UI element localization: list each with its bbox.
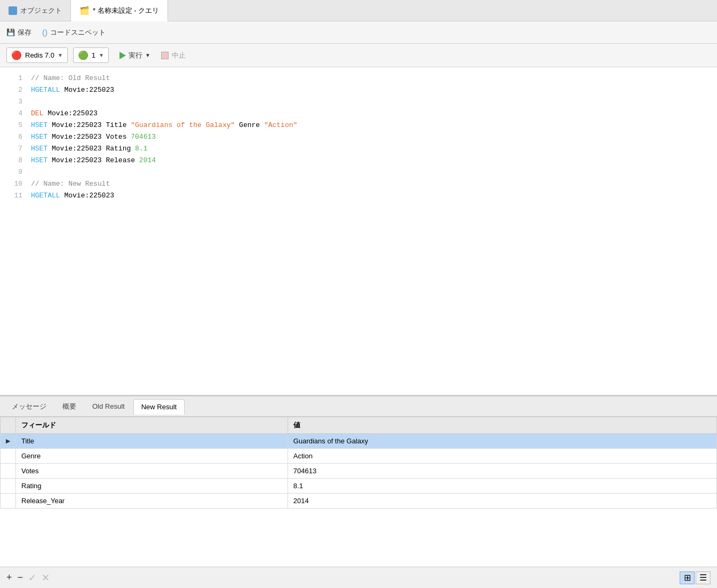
tab-object[interactable]: オブジェクト	[0, 0, 71, 21]
line-content: // Name: Old Result	[31, 73, 712, 84]
object-tab-icon	[9, 6, 17, 15]
redis-version-label: Redis 7.0	[25, 51, 54, 59]
list-view-button[interactable]: ☰	[696, 571, 711, 584]
row-indicator	[1, 464, 16, 479]
remove-row-button[interactable]: −	[18, 572, 23, 583]
result-tab-概要[interactable]: 概要	[55, 399, 84, 415]
row-indicator	[1, 479, 16, 494]
line-number: 8	[5, 155, 22, 166]
connection-bar: 🔴 Redis 7.0 ▼ 🟢 1 ▼ 実行 ▼ 中止	[0, 44, 717, 67]
line-number: 7	[5, 143, 22, 155]
bottom-panel: メッセージ概要Old ResultNew Result フィールド 値 ▶Tit…	[0, 396, 717, 588]
save-button[interactable]: 💾 保存	[6, 28, 31, 37]
cell-value: 8.1	[288, 479, 716, 494]
db-select[interactable]: 🟢 1 ▼	[73, 47, 109, 63]
line-number: 1	[5, 73, 22, 84]
col-value-header: 値	[288, 417, 716, 434]
cell-value: 2014	[288, 494, 716, 508]
cell-field: Title	[16, 434, 288, 449]
action-icons: + − ✓ ✕	[6, 572, 50, 584]
cell-value: Action	[288, 449, 716, 464]
action-bar: + − ✓ ✕ ⊞ ☰	[0, 567, 717, 588]
cancel-button: ✕	[42, 572, 50, 584]
grid-view-button[interactable]: ⊞	[680, 571, 695, 584]
editor-line: 6HSET Movie:225023 Votes 704613	[0, 131, 717, 143]
stop-label: 中止	[172, 51, 186, 60]
confirm-button: ✓	[28, 572, 36, 584]
execute-button[interactable]: 実行 ▼	[114, 48, 156, 63]
cell-field: Genre	[16, 449, 288, 464]
line-content: // Name: New Result	[31, 178, 712, 190]
cell-value: Guardians of the Galaxy	[288, 434, 716, 449]
cell-field: Votes	[16, 464, 288, 479]
line-number: 10	[5, 178, 22, 190]
tab-object-label: オブジェクト	[20, 6, 62, 15]
line-number: 5	[5, 120, 22, 131]
line-content	[31, 166, 712, 178]
editor-line: 8HSET Movie:225023 Release 2014	[0, 155, 717, 166]
snippet-icon: ()	[42, 28, 47, 37]
table-row[interactable]: GenreAction	[1, 449, 717, 464]
save-label: 保存	[18, 28, 31, 37]
result-tab-old-result[interactable]: Old Result	[85, 399, 132, 414]
editor-line: 3	[0, 96, 717, 108]
add-row-button[interactable]: +	[6, 572, 12, 583]
result-table-wrapper[interactable]: フィールド 値 ▶TitleGuardians of the GalaxyGen…	[0, 417, 717, 567]
line-content: DEL Movie:225023	[31, 108, 712, 120]
table-row[interactable]: Release_Year2014	[1, 494, 717, 508]
row-indicator: ▶	[1, 434, 16, 449]
editor-line: 5HSET Movie:225023 Title "Guardians of t…	[0, 120, 717, 131]
line-content: HSET Movie:225023 Rating 8.1	[31, 143, 712, 155]
editor-line: 10// Name: New Result	[0, 178, 717, 190]
line-content: HSET Movie:225023 Release 2014	[31, 155, 712, 166]
line-number: 6	[5, 131, 22, 143]
tab-query[interactable]: 🗂️ * 名称未設定 - クエリ	[71, 0, 168, 21]
snippet-button[interactable]: () コードスニペット	[42, 28, 106, 37]
exec-label: 実行	[129, 51, 142, 60]
editor-line: 1// Name: Old Result	[0, 73, 717, 84]
result-tab-new-result[interactable]: New Result	[133, 399, 185, 415]
tab-query-label: * 名称未設定 - クエリ	[93, 6, 159, 15]
save-icon: 💾	[6, 28, 15, 36]
line-number: 4	[5, 108, 22, 120]
line-content	[31, 96, 712, 108]
table-row[interactable]: Votes704613	[1, 464, 717, 479]
cell-field: Release_Year	[16, 494, 288, 508]
line-content: HGETALL Movie:225023	[31, 190, 712, 202]
cell-value: 704613	[288, 464, 716, 479]
row-indicator	[1, 449, 16, 464]
editor-line: 9	[0, 166, 717, 178]
table-row[interactable]: ▶TitleGuardians of the Galaxy	[1, 434, 717, 449]
redis-select[interactable]: 🔴 Redis 7.0 ▼	[6, 47, 68, 63]
row-indicator	[1, 494, 16, 508]
line-number: 3	[5, 96, 22, 108]
table-row[interactable]: Rating8.1	[1, 479, 717, 494]
line-content: HGETALL Movie:225023	[31, 84, 712, 96]
line-content: HSET Movie:225023 Votes 704613	[31, 131, 712, 143]
line-number: 9	[5, 166, 22, 178]
main-layout: 1// Name: Old Result2HGETALL Movie:22502…	[0, 67, 717, 588]
editor-area[interactable]: 1// Name: Old Result2HGETALL Movie:22502…	[0, 67, 717, 396]
title-bar: オブジェクト 🗂️ * 名称未設定 - クエリ	[0, 0, 717, 21]
view-icons: ⊞ ☰	[680, 571, 711, 584]
result-table: フィールド 値 ▶TitleGuardians of the GalaxyGen…	[0, 417, 717, 508]
col-indicator	[1, 417, 16, 434]
redis-dropdown-arrow: ▼	[58, 52, 63, 58]
editor-line: 4DEL Movie:225023	[0, 108, 717, 120]
result-tab-メッセージ[interactable]: メッセージ	[4, 399, 54, 415]
play-icon	[120, 52, 126, 59]
line-content: HSET Movie:225023 Title "Guardians of th…	[31, 120, 712, 131]
snippet-label: コードスニペット	[50, 28, 106, 37]
result-tabs-row: メッセージ概要Old ResultNew Result	[0, 396, 717, 417]
db-dropdown-arrow: ▼	[99, 52, 104, 58]
line-number: 11	[5, 190, 22, 202]
db-number-label: 1	[92, 51, 95, 59]
exec-dropdown-arrow: ▼	[145, 52, 150, 58]
stop-icon	[161, 52, 169, 59]
editor-line: 2HGETALL Movie:225023	[0, 84, 717, 96]
db-icon: 🟢	[78, 50, 89, 60]
editor-line: 11HGETALL Movie:225023	[0, 190, 717, 202]
query-tab-icon: 🗂️	[79, 6, 90, 15]
cell-field: Rating	[16, 479, 288, 494]
editor-line: 7HSET Movie:225023 Rating 8.1	[0, 143, 717, 155]
